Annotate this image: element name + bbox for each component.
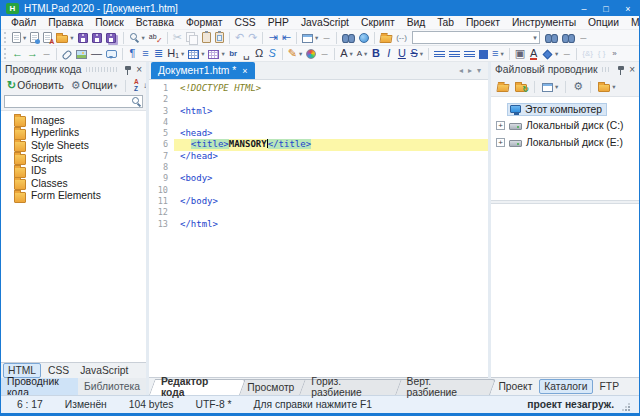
code-text[interactable]: </html> xyxy=(174,219,488,230)
pin-icon[interactable] xyxy=(616,65,625,75)
next-tab-button[interactable]: ▸ xyxy=(468,66,472,75)
settings-button[interactable]: ⚙ xyxy=(571,80,585,94)
folder-style-sheets[interactable]: Style Sheets xyxy=(14,139,146,152)
tab-vertical-split[interactable]: Верт. разбиение xyxy=(398,379,493,395)
expand-icon[interactable]: + xyxy=(496,138,505,147)
horizontal-rule-button[interactable]: — xyxy=(89,47,104,61)
redo-button[interactable]: ↷ xyxy=(246,31,259,45)
open-file-button[interactable] xyxy=(54,31,75,45)
menu-insert[interactable]: Вставка xyxy=(130,17,180,28)
code-text[interactable]: <body> xyxy=(174,173,488,184)
undo-button[interactable]: ↶ xyxy=(233,31,246,45)
tab-horizontal-split[interactable]: Гориз. разбиение xyxy=(302,379,402,395)
menu-view[interactable]: Вид xyxy=(401,17,432,28)
menu-edit[interactable]: Правка xyxy=(42,17,89,28)
tab-javascript[interactable]: JavaScript xyxy=(76,364,132,377)
minimize-button[interactable]: – xyxy=(573,1,595,16)
tree-item-this-computer[interactable]: Этот компьютер xyxy=(494,101,637,118)
color-extra-button[interactable]: – xyxy=(318,47,331,61)
code-text[interactable] xyxy=(174,94,488,105)
copy-button[interactable] xyxy=(184,31,200,45)
frame-button[interactable]: ▣ xyxy=(513,47,527,61)
folder-images[interactable]: Images xyxy=(14,114,146,127)
server-tags-button[interactable]: {&} xyxy=(580,47,595,61)
search-button[interactable] xyxy=(127,31,147,45)
save-button[interactable] xyxy=(76,31,90,45)
spellcheck-button[interactable] xyxy=(147,31,164,45)
new-from-template-button[interactable] xyxy=(41,31,54,45)
align-right-button[interactable] xyxy=(462,47,477,61)
web-tools-button[interactable] xyxy=(357,31,371,45)
line-break-button[interactable]: br xyxy=(227,47,240,61)
close-tab-icon[interactable]: × xyxy=(242,66,247,76)
new-document-button[interactable] xyxy=(10,31,28,45)
paragraph-button[interactable]: ¶ xyxy=(126,47,139,61)
paste-button[interactable] xyxy=(200,31,213,45)
folder-menu-button[interactable] xyxy=(596,80,617,94)
bold-button[interactable]: B xyxy=(369,47,382,61)
tab-preview[interactable]: Просмотр xyxy=(238,379,307,395)
italic-button[interactable]: I xyxy=(382,47,395,61)
align-center-button[interactable] xyxy=(447,47,462,61)
code-text[interactable]: </head> xyxy=(174,151,488,162)
code-text[interactable]: <head> xyxy=(174,128,488,139)
align-justify-button[interactable] xyxy=(477,47,490,61)
open-folder-button[interactable] xyxy=(495,80,511,94)
pin-icon[interactable] xyxy=(123,65,132,75)
list-style-button[interactable]: ≡ xyxy=(490,47,506,61)
tree-item-disk-e[interactable]: + Локальный диск (E:) xyxy=(494,134,637,151)
toolbar-overflow-button[interactable]: » xyxy=(608,47,621,61)
tab-code-editor[interactable]: Редактор кода xyxy=(152,379,243,395)
menu-macros[interactable]: Макрос xyxy=(625,17,640,28)
forward-button[interactable]: → xyxy=(25,47,40,61)
code-text[interactable]: <title>MANSORY</title> xyxy=(174,139,488,150)
table-wizard-button[interactable] xyxy=(206,47,226,61)
align-left-button[interactable] xyxy=(432,47,447,61)
maximize-button[interactable]: □ xyxy=(595,1,617,16)
code-text[interactable] xyxy=(174,185,488,196)
menu-css[interactable]: CSS xyxy=(229,17,262,28)
menu-project[interactable]: Проект xyxy=(460,17,506,28)
tab-project[interactable]: Проект xyxy=(494,380,536,393)
braces-button[interactable]: { } xyxy=(595,47,608,61)
tab-catalogs[interactable]: Каталоги xyxy=(539,379,592,394)
special-char-button[interactable]: Ω xyxy=(253,47,266,61)
table-button[interactable] xyxy=(186,47,206,61)
refresh-button[interactable]: ↻ Обновить xyxy=(5,79,66,93)
code-text[interactable]: <!DOCTYPE HTML> xyxy=(174,83,488,94)
numbered-list-button[interactable]: ≣ xyxy=(152,47,165,61)
options-button[interactable]: ⚙ Опции ▾ xyxy=(69,79,119,93)
comment-button[interactable] xyxy=(104,47,119,61)
toolbar-grip[interactable] xyxy=(4,32,7,43)
marker-pen-button[interactable]: ✎ xyxy=(286,47,304,61)
search-input[interactable] xyxy=(5,96,131,107)
expand-icon[interactable]: + xyxy=(496,121,505,130)
ftp-folder-button[interactable] xyxy=(378,31,394,45)
color-picker-button[interactable] xyxy=(304,47,318,61)
menu-tools[interactable]: Инструменты xyxy=(506,17,582,28)
folder-ids[interactable]: IDs xyxy=(14,164,146,177)
tab-ftp[interactable]: FTP xyxy=(596,380,623,393)
code-comment-button[interactable]: (--) xyxy=(394,31,409,45)
folder-form-elements[interactable]: Form Elements xyxy=(14,190,146,203)
folder-classes[interactable]: Classes xyxy=(14,177,146,190)
code-editor[interactable]: 1<!DOCTYPE HTML> 2 3<html> 4 5<head> 6 <… xyxy=(149,80,488,377)
save-as-button[interactable] xyxy=(90,31,104,45)
prev-tab-button[interactable]: ◂ xyxy=(459,66,463,75)
tab-list-button[interactable]: ▾ xyxy=(477,66,481,75)
cut-button[interactable]: ✂ xyxy=(171,31,184,45)
back-button[interactable]: ← xyxy=(10,47,25,61)
menu-javascript[interactable]: JavaScript xyxy=(295,17,355,28)
menu-script[interactable]: Скрипт xyxy=(355,17,401,28)
validate-button[interactable] xyxy=(340,31,357,45)
hyperlink-button[interactable] xyxy=(60,47,74,61)
outdent-button[interactable]: ⇤ xyxy=(280,31,293,45)
fill-color-button[interactable] xyxy=(540,47,560,61)
nbsp-button[interactable]: ␣ xyxy=(240,47,253,61)
document-tab[interactable]: Документ1.htm * × xyxy=(151,62,255,79)
folder-hyperlinks[interactable]: Hyperlinks xyxy=(14,127,146,140)
bullet-list-button[interactable]: ≡ xyxy=(139,47,152,61)
heading-button[interactable]: H₁ xyxy=(165,47,186,61)
code-text[interactable]: <html> xyxy=(174,106,488,117)
find-next-button[interactable] xyxy=(560,31,577,45)
